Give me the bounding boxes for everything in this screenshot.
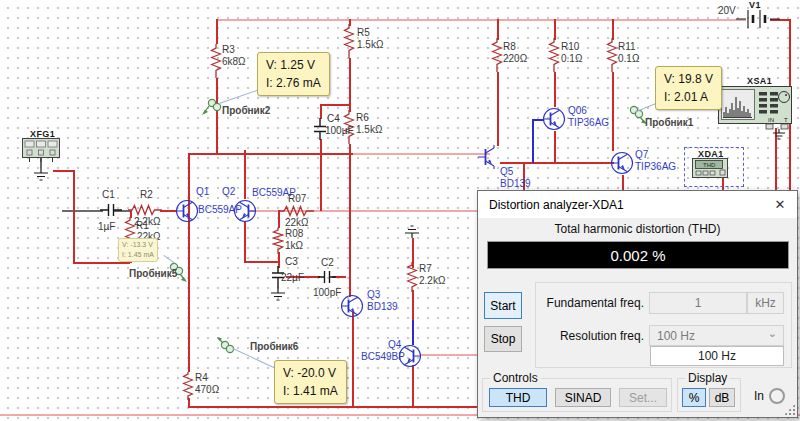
wire[interactable]: [244, 221, 246, 262]
in-terminal-label: In: [754, 389, 764, 403]
capacitor-c2[interactable]: [318, 269, 336, 285]
r8-val: 220Ω: [503, 53, 527, 64]
resistor-r5[interactable]: [343, 24, 355, 58]
r4-ref: R4: [195, 372, 208, 383]
close-icon[interactable]: ✕: [763, 191, 797, 218]
q06-ref: Q06: [568, 105, 587, 116]
probe2-label: Пробник2: [222, 105, 270, 116]
wire[interactable]: [320, 104, 322, 119]
svg-text:T: T: [784, 117, 788, 123]
stop-button[interactable]: Stop: [484, 326, 522, 352]
resistor-r8[interactable]: [491, 38, 503, 72]
wire[interactable]: [612, 72, 614, 151]
wire[interactable]: [244, 150, 246, 199]
r1-ref: R1: [136, 220, 149, 231]
wire[interactable]: [353, 153, 490, 155]
resize-grip[interactable]: [784, 404, 795, 415]
resistor-r4[interactable]: [182, 372, 194, 400]
wire[interactable]: [320, 139, 322, 211]
wire[interactable]: [244, 261, 279, 263]
r8-ref: R8: [503, 41, 516, 52]
wire[interactable]: [612, 19, 614, 40]
start-button[interactable]: Start: [484, 292, 522, 319]
r3-ref: R3: [222, 44, 235, 55]
r3-val: 6k8Ω: [222, 56, 246, 67]
wire[interactable]: [412, 320, 414, 345]
resistor-r7[interactable]: [406, 262, 418, 292]
c2-ref: C2: [321, 257, 334, 268]
c4-val: 100µF: [325, 125, 354, 136]
wire[interactable]: [500, 162, 614, 164]
probe-icon-probe6[interactable]: [216, 336, 238, 358]
ground-icon: [772, 129, 786, 141]
r07-ref: R07: [288, 193, 306, 204]
q06-val: TIP36AG: [568, 117, 609, 128]
capacitor-c1[interactable]: [100, 202, 122, 218]
wire[interactable]: [73, 262, 130, 264]
resistor-r11[interactable]: [606, 38, 618, 72]
resolution-freq-dropdown-item[interactable]: 100 Hz: [650, 346, 784, 366]
db-toggle-button[interactable]: dB: [709, 388, 735, 407]
wire[interactable]: [421, 354, 477, 356]
transistor-q5[interactable]: [477, 145, 499, 169]
transistor-q1[interactable]: [174, 198, 200, 224]
resolution-freq-combobox[interactable]: 100 Hz ⌄: [649, 325, 784, 346]
r4-val: 470Ω: [195, 384, 219, 395]
probe2-voltage: V: 1.25 V: [266, 56, 321, 74]
r6-ref: R6: [356, 112, 369, 123]
wire[interactable]: [218, 19, 746, 21]
wire[interactable]: [62, 210, 103, 212]
battery-v1[interactable]: [736, 7, 780, 31]
wire[interactable]: [352, 312, 354, 406]
resistor-r08[interactable]: [272, 228, 284, 254]
q5-ref: Q5: [500, 166, 513, 177]
wire[interactable]: [622, 175, 624, 190]
wire[interactable]: [554, 72, 556, 107]
wire[interactable]: [188, 153, 190, 372]
controls-group-title: Controls: [490, 371, 541, 385]
resolution-freq-label: Resolution freq.: [542, 329, 644, 343]
wire[interactable]: [188, 153, 353, 155]
thd-toggle-button[interactable]: THD: [489, 388, 547, 407]
wire[interactable]: [554, 19, 556, 40]
q3-ref: Q3: [367, 289, 380, 300]
multisim-canvas: XFG1 R3 6k8Ω R5 1.5kΩ R6 1.5kΩ C4 100µF …: [0, 0, 800, 421]
probe2-current: I: 2.76 mA: [266, 74, 321, 92]
in-terminal-indicator: [769, 388, 785, 404]
wire[interactable]: [53, 170, 73, 172]
wire[interactable]: [412, 290, 414, 320]
v1-val: 20V: [718, 5, 736, 16]
sinad-toggle-button[interactable]: SINAD: [555, 388, 611, 407]
dialog-titlebar[interactable]: Distortion analyzer-XDA1 ✕: [478, 191, 797, 218]
fundamental-freq-input[interactable]: 1: [649, 292, 747, 314]
wire[interactable]: [497, 19, 499, 40]
c2-val: 100pF: [313, 287, 341, 298]
probe5-label: Пробник5: [129, 268, 177, 279]
wire[interactable]: [554, 131, 556, 162]
spectrum-analyzer-icon[interactable]: IN T: [718, 86, 792, 130]
percent-toggle-button[interactable]: %: [682, 388, 706, 407]
probe-icon-probe2[interactable]: [201, 97, 223, 117]
wire[interactable]: [73, 170, 75, 263]
wire[interactable]: [532, 119, 534, 163]
resistor-r3[interactable]: [210, 44, 222, 78]
transistor-q3[interactable]: [339, 293, 365, 319]
probe5-voltage: V: -13.3 V: [122, 240, 154, 250]
function-generator-icon[interactable]: [22, 138, 60, 162]
r5-val: 1.5kΩ: [357, 39, 383, 50]
wire[interactable]: [412, 365, 414, 406]
chevron-down-icon[interactable]: ⌄: [768, 327, 777, 340]
transistor-q06[interactable]: [541, 106, 567, 132]
transistor-q7[interactable]: [609, 150, 635, 176]
svg-text:IN: IN: [768, 117, 774, 123]
wire[interactable]: [497, 72, 499, 146]
resistor-r10[interactable]: [548, 38, 560, 72]
wire[interactable]: [216, 19, 218, 44]
wire[interactable]: [349, 58, 351, 112]
distortion-analyzer-icon[interactable]: THD: [692, 158, 728, 178]
ground-icon: [33, 168, 49, 182]
wire[interactable]: [349, 144, 351, 297]
resistor-r2[interactable]: [128, 204, 162, 216]
resistor-r07[interactable]: [280, 205, 314, 217]
wire[interactable]: [320, 104, 349, 106]
